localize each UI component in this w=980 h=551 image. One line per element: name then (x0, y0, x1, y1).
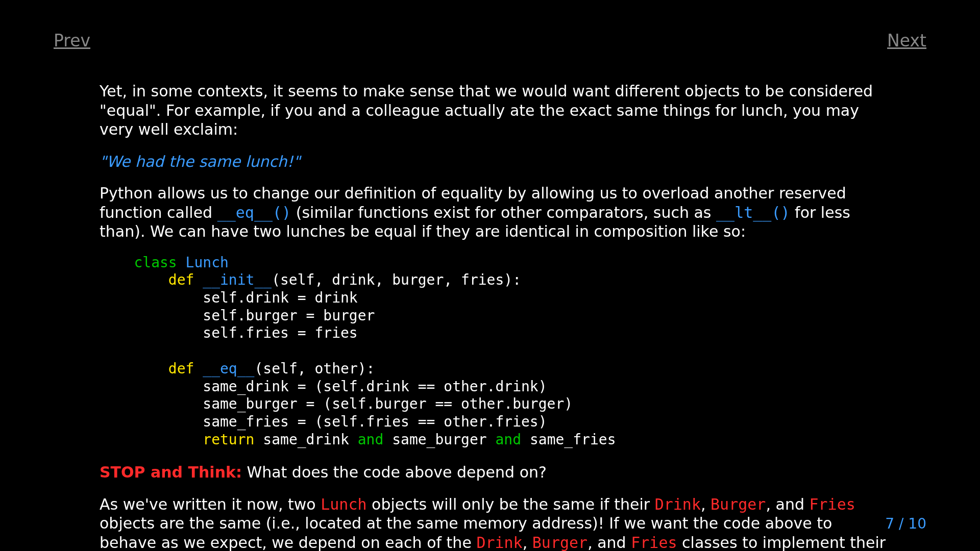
drink-token-2: Drink (476, 534, 522, 551)
text: (similar functions exist for other compa… (291, 204, 716, 221)
next-link[interactable]: Next (887, 31, 926, 51)
drink-token: Drink (655, 495, 701, 513)
prev-link[interactable]: Prev (54, 31, 90, 51)
page-counter: 7 / 10 (885, 515, 926, 532)
lunch-token: Lunch (321, 495, 366, 513)
text: , and (587, 534, 631, 551)
closing-paragraph: As we've written it now, two Lunch objec… (100, 495, 888, 551)
code-block: class Lunch def __init__(self, drink, bu… (100, 254, 888, 449)
fries-token-2: Fries (631, 534, 677, 551)
page-current: 7 (885, 515, 894, 532)
slide-body: Yet, in some contexts, it seems to make … (100, 82, 888, 551)
eq-token: __eq__() (217, 204, 291, 221)
stop-think: STOP and Think: What does the code above… (100, 463, 888, 482)
text: objects will only be the same if their (367, 495, 655, 513)
lt-token: __lt__() (716, 204, 790, 221)
intro-paragraph: Yet, in some contexts, it seems to make … (100, 82, 888, 139)
text: As we've written it now, two (100, 495, 321, 513)
text: , (523, 534, 532, 551)
eq-explanation: Python allows us to change our definitio… (100, 184, 888, 241)
burger-token: Burger (710, 495, 766, 513)
stop-label: STOP and Think: (100, 463, 242, 481)
quote-line: "We had the same lunch!" (100, 152, 888, 171)
page-total: 10 (908, 515, 926, 532)
burger-token-2: Burger (532, 534, 587, 551)
page-sep: / (894, 515, 908, 532)
text: , (701, 495, 710, 513)
text: , and (766, 495, 809, 513)
stop-question: What does the code above depend on? (242, 463, 547, 481)
fries-token: Fries (810, 495, 855, 513)
